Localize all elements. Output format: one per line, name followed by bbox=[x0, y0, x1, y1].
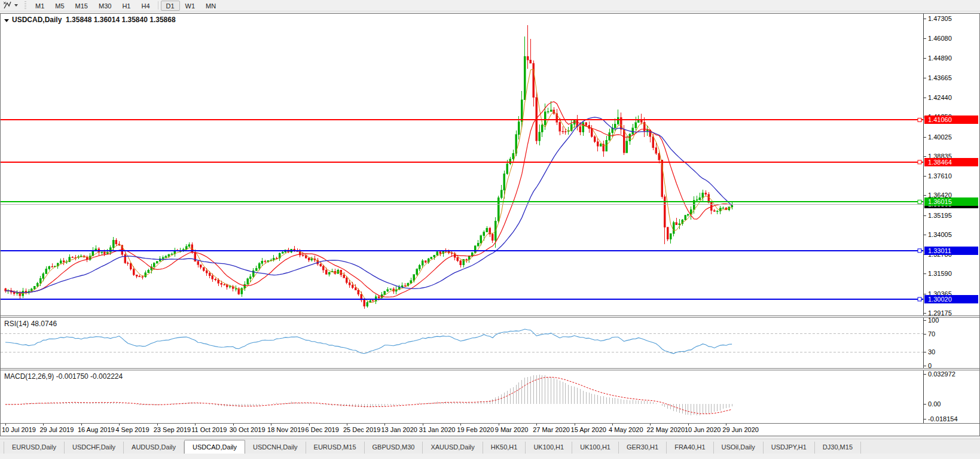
date-label: 16 Aug 2019 bbox=[78, 426, 115, 433]
chart-tab-hk50-h1[interactable]: HK50,H1 bbox=[483, 442, 526, 454]
time-axis[interactable]: 10 Jul 201929 Jul 201916 Aug 20194 Sep 2… bbox=[1, 423, 979, 436]
chart-tab-ger30-h1[interactable]: GER30,H1 bbox=[619, 442, 667, 454]
mt4-window: M1M5M15M30H1H4D1W1MN USDCAD,Daily 1.3584… bbox=[0, 0, 980, 459]
timeframe-button-w1[interactable]: W1 bbox=[180, 1, 201, 11]
date-label: 4 Sep 2019 bbox=[115, 426, 149, 433]
chart-window: USDCAD,Daily 1.35848 1.36014 1.35840 1.3… bbox=[0, 13, 980, 436]
time-tick bbox=[575, 424, 575, 425]
main-chart-panel[interactable]: USDCAD,Daily 1.35848 1.36014 1.35840 1.3… bbox=[1, 14, 979, 315]
timeframe-button-h4[interactable]: H4 bbox=[136, 1, 155, 11]
chevron-down-icon bbox=[14, 4, 18, 7]
time-tick bbox=[81, 424, 82, 425]
hline-handle bbox=[918, 249, 921, 253]
timeframe-button-d1[interactable]: D1 bbox=[161, 1, 180, 11]
time-tick bbox=[536, 424, 537, 425]
chart-tab-usdjpy-h1[interactable]: USDJPY,H1 bbox=[764, 442, 815, 454]
hline-handle bbox=[918, 200, 921, 203]
time-tick bbox=[612, 424, 613, 425]
macd-signal-value: -0.002224 bbox=[90, 372, 123, 381]
axis-tick: 1.37610 bbox=[924, 172, 979, 180]
time-tick bbox=[119, 424, 120, 425]
axis-tick: 1.35195 bbox=[924, 212, 979, 219]
time-tick bbox=[460, 424, 461, 425]
axis-tick: 70 bbox=[924, 330, 979, 338]
macd-label: MACD(12,26,9) -0.001750 -0.002224 bbox=[4, 372, 123, 381]
hline-handle bbox=[918, 297, 921, 301]
chart-tabs: EURUSD,DailyUSDCHF,DailyAUDUSD,DailyUSDC… bbox=[0, 439, 980, 454]
rsi-chart[interactable] bbox=[1, 318, 924, 368]
date-label: 29 Jul 2019 bbox=[39, 426, 74, 433]
axis-tick: 0.00 bbox=[924, 400, 979, 408]
date-label: 18 Nov 2019 bbox=[267, 426, 304, 433]
timeframe-button-mn[interactable]: MN bbox=[200, 1, 221, 11]
date-label: 29 Jun 2020 bbox=[722, 426, 759, 433]
symbol-dropdown-icon[interactable] bbox=[4, 19, 9, 22]
axis-tick: 1.46080 bbox=[924, 35, 979, 42]
chart-tab-xauusd-daily[interactable]: XAUUSD,Daily bbox=[423, 442, 483, 454]
date-label: 31 Jan 2020 bbox=[419, 426, 456, 433]
axis-tick: 1.44890 bbox=[924, 54, 979, 62]
axis-tick: -0.018154 bbox=[924, 415, 979, 422]
price-tag: 1.30020 bbox=[924, 295, 978, 303]
chart-tab-gbpusd-m30[interactable]: GBPUSD,M30 bbox=[365, 442, 423, 454]
date-label: 19 Feb 2020 bbox=[457, 426, 494, 433]
ohlc-low: 1.35840 bbox=[122, 16, 148, 24]
hline-handle bbox=[918, 160, 921, 164]
timeframe-button-m15[interactable]: M15 bbox=[70, 1, 93, 11]
ohlc-high: 1.36014 bbox=[94, 16, 120, 24]
timeframe-button-m30[interactable]: M30 bbox=[93, 1, 117, 11]
rsi-line bbox=[5, 329, 732, 354]
timeframe-button-m1[interactable]: M1 bbox=[30, 1, 50, 11]
rsi-panel[interactable]: RSI(14) 48.0746 10070300 bbox=[1, 318, 979, 368]
chart-tab-usdcnh-daily[interactable]: USDCNH,Daily bbox=[245, 442, 306, 454]
date-label: 23 Sep 2019 bbox=[154, 426, 191, 433]
date-label: 11 Oct 2019 bbox=[191, 426, 227, 433]
macd-signal-line bbox=[5, 377, 732, 414]
time-tick bbox=[384, 424, 385, 425]
chart-tab-usoil-daily[interactable]: USOil,Daily bbox=[714, 442, 764, 454]
rsi-axis[interactable]: 10070300 bbox=[923, 318, 979, 368]
rsi-value: 48.0746 bbox=[31, 320, 57, 328]
rsi-label: RSI(14) 48.0746 bbox=[4, 320, 57, 328]
chart-tab-usdcad-daily[interactable]: USDCAD,Daily bbox=[184, 440, 245, 454]
chart-tab-dj30-m15[interactable]: DJ30,M15 bbox=[815, 442, 861, 454]
time-tick bbox=[195, 424, 196, 425]
chart-tab-fra40-h1[interactable]: FRA40,H1 bbox=[667, 442, 713, 454]
timeframe-button-h1[interactable]: H1 bbox=[117, 1, 136, 11]
date-label: 30 Oct 2019 bbox=[230, 426, 265, 433]
axis-tick: 0 bbox=[924, 362, 979, 368]
chart-tab-eurusd-m15[interactable]: EURUSD,M15 bbox=[306, 442, 365, 454]
axis-tick: 100 bbox=[924, 318, 979, 324]
time-tick bbox=[5, 424, 6, 425]
hline-handle bbox=[918, 118, 921, 121]
chart-tab-uk100-h1[interactable]: UK100,H1 bbox=[526, 442, 572, 454]
candlestick-chart[interactable] bbox=[1, 14, 924, 315]
chart-tab-audusd-daily[interactable]: AUDUSD,Daily bbox=[124, 442, 184, 454]
price-tag: 1.38464 bbox=[924, 158, 978, 166]
chart-tab-usdchf-daily[interactable]: USDCHF,Daily bbox=[65, 442, 124, 454]
date-label: 27 Mar 2020 bbox=[533, 426, 570, 433]
chart-tab-eurusd-daily[interactable]: EURUSD,Daily bbox=[4, 442, 65, 454]
axis-tick: 1.47305 bbox=[924, 15, 979, 22]
date-label: 4 May 2020 bbox=[609, 426, 643, 433]
axis-tick: 1.43665 bbox=[924, 74, 979, 81]
price-tag: 1.33011 bbox=[924, 247, 978, 255]
time-tick bbox=[43, 424, 44, 425]
macd-chart[interactable] bbox=[1, 370, 924, 423]
macd-panel[interactable]: MACD(12,26,9) -0.001750 -0.002224 0.0329… bbox=[1, 370, 979, 423]
chart-tab-uk100-h1[interactable]: UK100,H1 bbox=[572, 442, 619, 454]
axis-tick: 1.31590 bbox=[924, 270, 979, 277]
toolbar-grip[interactable] bbox=[23, 1, 28, 10]
ohlc-open: 1.35848 bbox=[66, 16, 91, 24]
crosshair-tool-button[interactable] bbox=[0, 1, 21, 11]
timeframe-button-m5[interactable]: M5 bbox=[50, 1, 69, 11]
time-tick bbox=[157, 424, 158, 425]
macd-axis[interactable]: 0.0329720.00-0.018154 bbox=[923, 370, 979, 423]
axis-tick: 0.032972 bbox=[924, 370, 979, 378]
price-axis[interactable]: 1.473051.460801.448901.436651.424401.412… bbox=[923, 14, 979, 315]
chart-symbol: USDCAD,Daily bbox=[12, 16, 62, 24]
date-label: 22 May 2020 bbox=[646, 426, 685, 433]
time-tick bbox=[423, 424, 423, 425]
date-label: 15 Apr 2020 bbox=[571, 426, 606, 433]
price-tag: 1.41060 bbox=[924, 115, 978, 124]
